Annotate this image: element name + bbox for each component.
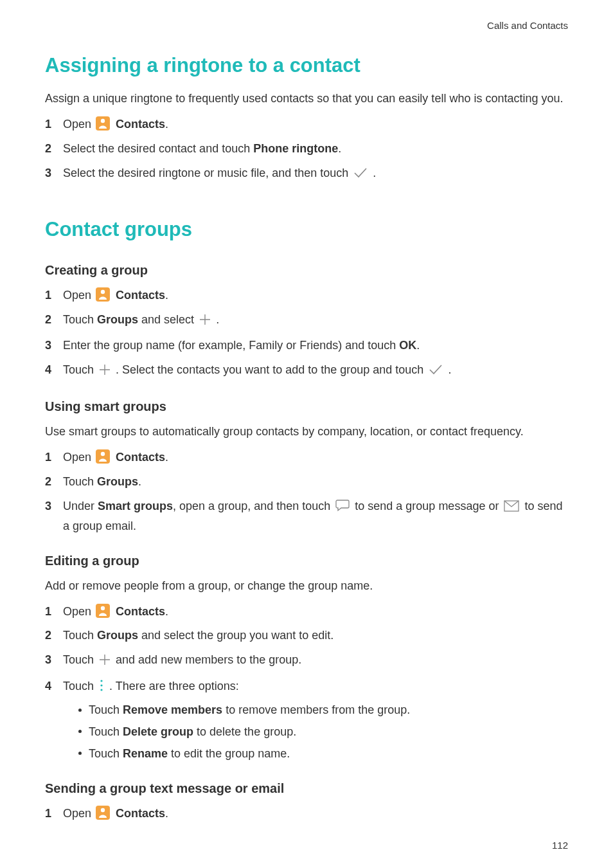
steps-ringtone: Open Contacts. Select the desired contac… [45, 116, 568, 185]
steps-smart: Open Contacts. Touch Groups. Under Smart… [45, 449, 568, 536]
step-item: Touch Groups and select the group you wa… [45, 627, 568, 645]
step-item: Open Contacts. [45, 805, 568, 823]
ui-label: Groups [97, 313, 138, 326]
subheading-creating: Creating a group [45, 260, 568, 280]
step-text: Touch [63, 475, 97, 488]
step-text: . Select the contacts you want to add to… [116, 363, 427, 376]
checkmark-icon [353, 167, 368, 185]
step-item: Touch Groups. [45, 473, 568, 491]
section-heading-ringtone: Assigning a ringtone to a contact [45, 50, 568, 81]
intro-paragraph: Assign a unique ringtone to frequently u… [45, 90, 568, 108]
step-text: to send a group message or [355, 500, 502, 512]
step-item: Open Contacts. [45, 287, 568, 305]
ui-label: Groups [97, 629, 138, 642]
step-item: Open Contacts. [45, 449, 568, 467]
options-list: Touch Remove members to remove members f… [78, 701, 568, 763]
step-text: Open [63, 605, 94, 618]
contacts-app-icon [96, 806, 110, 820]
step-item: Touch Groups and select . [45, 311, 568, 331]
speech-bubble-icon [335, 499, 350, 518]
intro-paragraph: Add or remove people from a group, or ch… [45, 577, 568, 595]
svg-point-6 [100, 685, 102, 687]
contacts-app-icon [96, 449, 110, 464]
contacts-app-icon [96, 287, 110, 302]
plus-icon [99, 363, 111, 381]
svg-point-5 [100, 680, 102, 682]
step-text: . [165, 807, 168, 820]
step-text: Touch [63, 653, 97, 666]
step-text: Under [63, 500, 98, 512]
step-text: Open [63, 118, 94, 131]
plus-icon [99, 653, 111, 671]
breadcrumb: Calls and Contacts [487, 18, 568, 33]
bullet-text: to edit the group name. [168, 747, 290, 760]
steps-creating: Open Contacts. Touch Groups and select .… [45, 287, 568, 382]
step-text: Enter the group name (for example, Famil… [63, 339, 399, 352]
svg-point-4 [101, 606, 105, 610]
ui-label: Phone ringtone [253, 142, 338, 155]
step-text: Open [63, 807, 94, 820]
list-item: Touch Remove members to remove members f… [78, 701, 568, 719]
svg-point-2 [101, 452, 105, 456]
step-item: Touch . There are three options: Touch R… [45, 678, 568, 763]
step-text: . [165, 118, 168, 131]
app-name: Contacts [116, 807, 165, 820]
step-item: Touch . Select the contacts you want to … [45, 361, 568, 381]
checkmark-icon [429, 363, 443, 381]
step-text: . [338, 142, 341, 155]
step-text: . [165, 289, 168, 302]
ui-label: Groups [97, 475, 138, 488]
intro-paragraph: Use smart groups to automatically group … [45, 423, 568, 441]
step-text: . [216, 313, 219, 326]
step-item: Select the desired contact and touch Pho… [45, 140, 568, 158]
step-text: . [373, 167, 376, 179]
step-text: . [165, 605, 168, 618]
ui-label: Delete group [123, 725, 193, 738]
ui-label: Rename [123, 747, 168, 760]
app-name: Contacts [116, 451, 165, 464]
step-text: Touch [63, 629, 97, 642]
ui-label: Smart groups [98, 500, 173, 512]
step-text: . [448, 363, 451, 376]
step-text: . [165, 451, 168, 464]
steps-sending: Open Contacts. [45, 805, 568, 823]
svg-point-0 [101, 119, 105, 123]
bullet-text: to delete the group. [193, 725, 296, 738]
steps-editing: Open Contacts. Touch Groups and select t… [45, 603, 568, 763]
more-menu-icon [99, 679, 104, 698]
list-item: Touch Delete group to delete the group. [78, 723, 568, 741]
bullet-text: Touch [89, 725, 123, 738]
contacts-app-icon [96, 604, 110, 618]
page-number: 112 [552, 838, 568, 853]
step-text: and add new members to the group. [116, 653, 301, 666]
ui-label: Remove members [123, 703, 222, 716]
ui-label: OK [399, 339, 416, 352]
step-text: Touch [63, 680, 97, 692]
subheading-editing: Editing a group [45, 551, 568, 571]
step-item: Open Contacts. [45, 116, 568, 134]
subheading-sending: Sending a group text message or email [45, 779, 568, 799]
envelope-icon [504, 500, 519, 518]
svg-point-7 [100, 689, 102, 691]
app-name: Contacts [116, 605, 165, 618]
bullet-text: Touch [89, 747, 123, 760]
section-heading-groups: Contact groups [45, 214, 568, 245]
step-text: . There are three options: [109, 680, 239, 692]
step-text: and select the group you want to edit. [138, 629, 333, 642]
bullet-text: to remove members from the group. [222, 703, 410, 716]
contacts-app-icon [96, 116, 110, 131]
step-item: Under Smart groups, open a group, and th… [45, 498, 568, 536]
step-item: Touch and add new members to the group. [45, 651, 568, 671]
step-text: Touch [63, 313, 97, 326]
bullet-text: Touch [89, 703, 123, 716]
step-item: Open Contacts. [45, 603, 568, 621]
step-text: . [416, 339, 420, 352]
plus-icon [199, 313, 211, 331]
step-text: and select [138, 313, 197, 326]
svg-point-8 [101, 808, 105, 812]
app-name: Contacts [116, 118, 165, 131]
list-item: Touch Rename to edit the group name. [78, 745, 568, 763]
step-item: Enter the group name (for example, Famil… [45, 337, 568, 355]
step-text: Open [63, 451, 94, 464]
step-text: Open [63, 289, 94, 302]
